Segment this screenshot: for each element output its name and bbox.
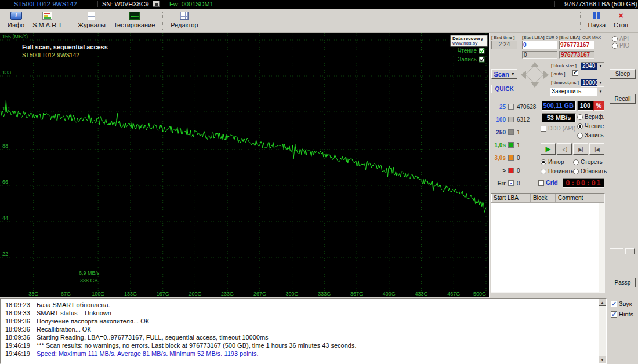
testing-icon xyxy=(129,12,140,20)
latency-count: 470628 xyxy=(517,104,536,110)
pause-button[interactable]: Пауза xyxy=(584,10,610,32)
smart-icon xyxy=(42,12,52,20)
chevron-down-icon[interactable]: ▼ xyxy=(597,63,604,70)
toolbar-separator xyxy=(162,12,163,30)
log-line: 18:09:33SMART status = Unknown xyxy=(1,310,606,318)
nav-up-arrow[interactable] xyxy=(531,62,539,67)
chevron-down-icon[interactable]: ▼ xyxy=(597,79,604,86)
latency-row-25: 25 470628 xyxy=(491,103,536,110)
back-button[interactable]: ◁ xyxy=(557,143,572,155)
right-sidebar: API PIO Sleep Recall Passp xyxy=(607,33,638,298)
nav-pad[interactable] xyxy=(520,61,550,89)
defect-table-body xyxy=(491,203,604,292)
grid-checkbox[interactable]: Grid xyxy=(538,180,558,186)
skip-start-icon: |◀ xyxy=(594,147,599,152)
sound-checkbox[interactable]: Звук xyxy=(611,300,632,307)
smart-tab-button[interactable]: S.M.A.R.T xyxy=(28,10,66,32)
radio-circle xyxy=(612,36,618,42)
x-axis-label: 167G xyxy=(157,291,169,297)
y-axis-label: 155 (MB/s) xyxy=(2,34,28,39)
api-radio[interactable]: API xyxy=(612,35,629,42)
passport-button[interactable]: Passp xyxy=(610,278,636,287)
action-refresh-radio[interactable]: Обновить xyxy=(573,168,607,174)
stop-button[interactable]: × Стоп xyxy=(610,10,632,32)
end-time-label: [ End time ] xyxy=(491,35,514,40)
latency-count: 0 xyxy=(517,180,520,187)
log-line: 18:09:36Starting Reading, LBA=0..9767731… xyxy=(1,334,606,342)
action-ignore-radio[interactable]: Игнор xyxy=(541,159,564,165)
timeout-label: [ timeout,ms ] xyxy=(551,80,579,85)
legend-label: Запись xyxy=(458,56,477,63)
radio-label: Запись xyxy=(585,132,604,139)
nav-down-arrow[interactable] xyxy=(531,82,539,88)
recall-button[interactable]: Recall xyxy=(610,94,636,104)
x-axis-label: 267G xyxy=(253,291,266,297)
chevron-down-icon[interactable]: ▼ xyxy=(597,88,604,96)
small-button-2[interactable] xyxy=(625,248,635,254)
finish-action-value: Завершить xyxy=(550,88,597,96)
sleep-button[interactable]: Sleep xyxy=(610,69,636,79)
column-comment[interactable]: Comment xyxy=(556,194,604,203)
end-lba-current: 976773167 xyxy=(559,51,594,59)
timeout-select[interactable]: 10000 ▼ xyxy=(581,79,604,87)
radio-label: Чтение xyxy=(585,123,604,129)
nav-left-arrow[interactable] xyxy=(521,71,526,79)
play-icon: ▶ xyxy=(545,145,550,153)
scroll-down-button[interactable]: ▼ xyxy=(599,356,606,363)
finish-action-select[interactable]: Завершить ▼ xyxy=(550,88,604,96)
drive-firmware: Fw: 0001SDM1 xyxy=(169,1,213,8)
control-panel: [ End time ] [Start LBA] CUR 0 [End LBA]… xyxy=(489,33,607,298)
mode-verify-radio[interactable]: Вериф. xyxy=(577,114,604,120)
action-erase-radio[interactable]: Стереть xyxy=(573,159,603,165)
journals-tab-button[interactable]: Журналы xyxy=(74,10,110,32)
checkbox-box xyxy=(611,301,617,307)
start-lba-cur-label: CUR 0 xyxy=(546,35,558,39)
skip-to-start-button[interactable]: |◀ xyxy=(589,143,604,155)
end-lba-input[interactable] xyxy=(559,41,594,49)
checkbox-label: Grid xyxy=(546,180,558,186)
checkbox-label: DDD (API) xyxy=(548,125,575,132)
block-size-select[interactable]: 2048 ▼ xyxy=(581,62,604,70)
column-start-lba[interactable]: Start LBA xyxy=(491,194,531,203)
start-lba-input[interactable] xyxy=(522,41,557,49)
pio-radio[interactable]: PIO xyxy=(612,42,629,49)
scroll-up-button[interactable]: ▲ xyxy=(599,299,606,306)
latency-count: 1 xyxy=(517,129,520,136)
stop-icon: × xyxy=(618,12,624,20)
latency-label: 250 xyxy=(491,129,506,136)
small-button-1[interactable] xyxy=(610,248,624,254)
radio-label: Вериф. xyxy=(585,114,604,120)
quick-button[interactable]: QUICK xyxy=(491,85,517,93)
scan-button[interactable]: Scan ▼ xyxy=(491,69,517,79)
radio-circle xyxy=(577,123,583,129)
latency-color-box xyxy=(508,117,514,122)
table-scrollbar[interactable] xyxy=(599,203,604,292)
hints-checkbox[interactable]: Hints xyxy=(611,311,633,318)
y-axis-label: 44 xyxy=(2,215,8,221)
latency-row-1s: 1,0s 1 xyxy=(491,141,520,148)
ddd-api-checkbox[interactable]: DDD (API) xyxy=(541,125,575,132)
action-remap-radio[interactable]: Починить xyxy=(541,168,574,174)
column-block[interactable]: Block xyxy=(531,194,556,203)
skip-to-end-button[interactable]: ▶| xyxy=(573,143,588,155)
radio-circle xyxy=(541,159,546,165)
x-axis-label: 33G xyxy=(28,291,38,297)
start-scan-button[interactable]: ▶ xyxy=(541,143,556,155)
testing-tab-button[interactable]: Тестирование xyxy=(110,10,159,32)
auto-checkbox[interactable] xyxy=(572,70,578,76)
defect-table: Start LBA Block Comment xyxy=(491,193,605,293)
percent-sign: % xyxy=(593,101,604,111)
mode-write-radio[interactable]: Запись xyxy=(577,132,604,139)
titlebar-small-button[interactable] xyxy=(153,1,160,7)
mode-read-radio[interactable]: Чтение xyxy=(577,123,604,129)
radio-label: Починить xyxy=(548,168,574,174)
block-size-label: [ block size ] xyxy=(551,63,577,68)
log-scrollbar[interactable]: ▲ ▼ xyxy=(599,299,606,363)
editor-tab-button[interactable]: Редактор xyxy=(166,10,202,32)
latency-count: 1 xyxy=(517,142,520,148)
toolbar-label: Стоп xyxy=(614,21,628,28)
info-tab-button[interactable]: i Инфо xyxy=(3,10,28,32)
toolbar-label: Редактор xyxy=(171,21,198,28)
pause-icon xyxy=(593,12,600,19)
nav-right-arrow[interactable] xyxy=(543,71,549,79)
